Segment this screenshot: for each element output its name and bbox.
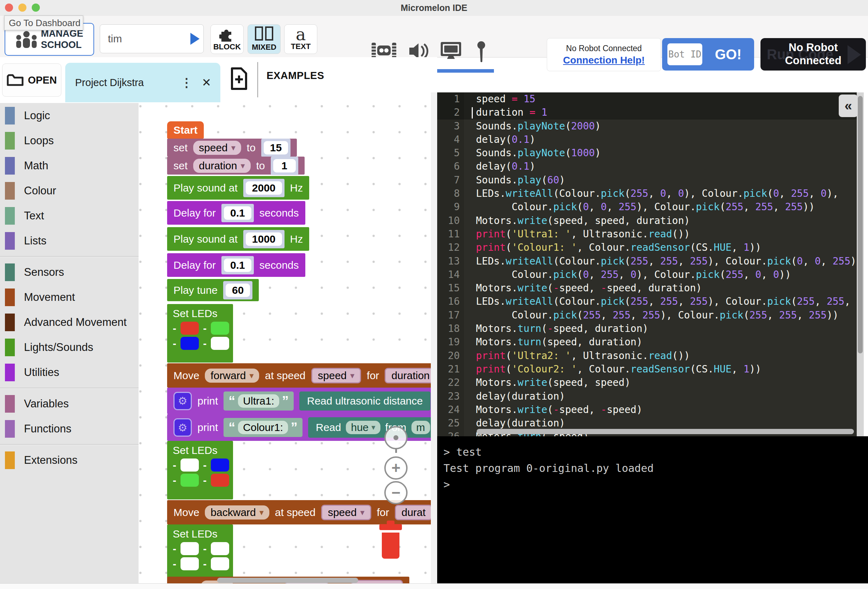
value-socket[interactable]: 0.1 [221,256,254,274]
code-editor[interactable]: 1speed = 152duration = 13Sounds.playNote… [437,92,857,436]
code-line[interactable]: 18Motors.turn(-speed, duration) [437,322,857,335]
led-swatch[interactable] [211,542,229,555]
gear-icon[interactable]: ⚙ [173,392,192,410]
read-colour-block[interactable]: Read hue▾ from m [308,417,431,438]
string-block[interactable]: “Ultra1: ” [223,392,293,410]
value-socket[interactable]: 1 [271,157,298,175]
code-line[interactable]: 16LEDs.writeAll(Colour.pick(255, 255, 25… [437,295,857,308]
block-canvas[interactable]: Start set speed▾ to 15 set duration▾ to … [139,103,431,583]
value-socket[interactable]: 0.1 [221,204,254,222]
code-line[interactable]: 1speed = 15 [437,92,857,106]
code-line[interactable]: 2duration = 1 [437,106,857,119]
tab-close-icon[interactable]: ✕ [202,76,211,89]
led-swatch[interactable] [180,337,199,350]
speed-variable-pill[interactable]: speed▾ [311,368,362,383]
led-swatch[interactable] [180,557,199,570]
terminal-output[interactable]: > testTest program 0-original.py loaded> [437,436,868,583]
code-line[interactable]: 21print('Colour2: ', Colour.readSensor(C… [437,363,857,376]
recenter-view-button[interactable] [384,426,407,449]
sidebar-item-extensions[interactable]: Extensions [0,448,139,473]
project-name-input[interactable] [100,24,204,53]
code-line[interactable]: 19Motors.turn(speed, duration) [437,335,857,349]
read-ultrasonic-block[interactable]: Read ultrasonic distance [299,392,431,410]
text-mode-button[interactable]: a TEXT [284,24,317,54]
sidebar-item-movement[interactable]: Movement [0,285,139,310]
code-line[interactable]: 9 Colour.pick(0, 0, 255), Colour.pick(25… [437,200,857,214]
value-socket[interactable]: 1000 [243,230,285,248]
code-line[interactable]: 10Motors.write(speed, speed, duration) [437,214,857,228]
code-line[interactable]: 3Sounds.playNote(2000) [437,120,857,133]
set-duration-block[interactable]: set duration▾ to 1 [167,157,305,175]
code-line[interactable]: 12print('Colour1: ', Colour.readSensor(C… [437,241,857,254]
sidebar-item-math[interactable]: Math [0,153,139,178]
block-mode-button[interactable]: BLOCK [211,24,244,54]
go-button[interactable]: GO! [702,47,754,62]
open-project-button[interactable]: OPEN [2,64,61,97]
collapse-panel-button[interactable]: « [839,95,858,117]
code-line[interactable]: 17 Colour.pick(255, 255, 255), Colour.pi… [437,309,857,322]
set-speed-block[interactable]: set speed▾ to 15 [167,139,297,157]
duration-variable-pill[interactable]: duration [351,580,403,583]
zoom-in-button[interactable]: + [384,456,407,479]
set-leds-block[interactable]: Set LEDs -- -- [167,524,233,583]
channel-dropdown[interactable]: hue▾ [346,421,380,434]
bot-id-input[interactable] [667,43,702,65]
trash-icon[interactable] [378,521,403,560]
set-leds-block[interactable]: Set LEDs -- -- [167,441,233,499]
editor-vertical-scrollbar-thumb[interactable] [858,96,863,354]
code-line[interactable]: 5Sounds.playNote(1000) [437,147,857,160]
sidebar-item-sensors[interactable]: Sensors [0,260,139,285]
variable-dropdown[interactable]: duration▾ [193,159,250,173]
key-icon[interactable] [477,41,486,63]
led-swatch[interactable] [180,459,199,472]
led-swatch[interactable] [211,322,229,335]
code-line[interactable]: 24Motors.write(-speed, -speed) [437,403,857,417]
sidebar-item-lists[interactable]: Lists [0,228,139,253]
panel-splitter[interactable] [431,92,437,583]
string-block[interactable]: “Colour1: ” [223,418,302,437]
value-socket[interactable]: 60 [223,281,252,299]
monitor-icon[interactable] [440,41,462,61]
code-line[interactable]: 15Motors.write(-speed, -speed, duration) [437,281,857,295]
zoom-out-button[interactable]: − [384,481,407,505]
set-leds-block[interactable]: Set LEDs -- -- [167,304,233,363]
sidebar-item-loops[interactable]: Loops [0,128,139,153]
variable-dropdown[interactable]: speed▾ [193,141,241,155]
led-swatch[interactable] [180,542,199,555]
examples-button[interactable]: EXAMPLES [267,70,324,81]
direction-dropdown[interactable]: backward▾ [205,505,269,519]
project-tab[interactable]: Project Dijkstra ⋮ ✕ [65,63,220,102]
led-swatch[interactable] [180,322,199,335]
code-line[interactable]: 7Sounds.play(60) [437,173,857,187]
led-swatch[interactable] [211,459,229,472]
value-socket[interactable]: 2000 [243,179,285,197]
led-swatch[interactable] [211,474,229,487]
play-sound-block[interactable]: Play sound at 2000 Hz [167,176,309,200]
start-block[interactable]: Start [167,121,204,139]
duration-variable-pill[interactable]: duration▾ [385,368,431,383]
code-line[interactable]: 23delay(duration) [437,390,857,403]
code-line[interactable]: 13LEDs.writeAll(Colour.pick(255, 255, 25… [437,255,857,268]
sidebar-item-colour[interactable]: Colour [0,178,139,203]
editor-horizontal-scrollbar-thumb[interactable] [477,429,854,434]
sidebar-item-variables[interactable]: Variables [0,391,139,416]
direction-dropdown[interactable]: forward▾ [205,368,259,383]
sidebar-item-utilities[interactable]: Utilities [0,360,139,385]
mixed-mode-button[interactable]: MIXED [248,24,280,54]
led-swatch[interactable] [211,337,229,350]
move-forward-block[interactable]: Move forward▾ at speed speed▾ for durati… [167,363,431,388]
run-code-button-disabled[interactable]: Run Code No Robot Connected [760,38,866,71]
code-line[interactable]: 20print('Ultra2: ', Ultrasonic.read()) [437,349,857,363]
print-block[interactable]: ⚙ print “Ultra1: ” Read ultrasonic dista… [167,388,431,414]
play-tune-block[interactable]: Play tune 60 [167,279,259,301]
code-line[interactable]: 11print('Ultra1: ', Ultrasonic.read()) [437,228,857,241]
connection-help-link[interactable]: Connection Help! [563,55,645,66]
led-swatch[interactable] [211,557,229,570]
delay-block[interactable]: Delay for 0.1 seconds [167,253,305,277]
code-line[interactable]: 8LEDs.writeAll(Colour.pick(255, 0, 0), C… [437,187,857,200]
sidebar-item-advanced-movement[interactable]: Advanced Movement [0,310,139,335]
code-line[interactable]: 4delay(0.1) [437,133,857,147]
code-line[interactable]: 25delay(duration) [437,417,857,430]
play-sound-block[interactable]: Play sound at 1000 Hz [167,227,309,251]
sidebar-item-logic[interactable]: Logic [0,103,139,128]
